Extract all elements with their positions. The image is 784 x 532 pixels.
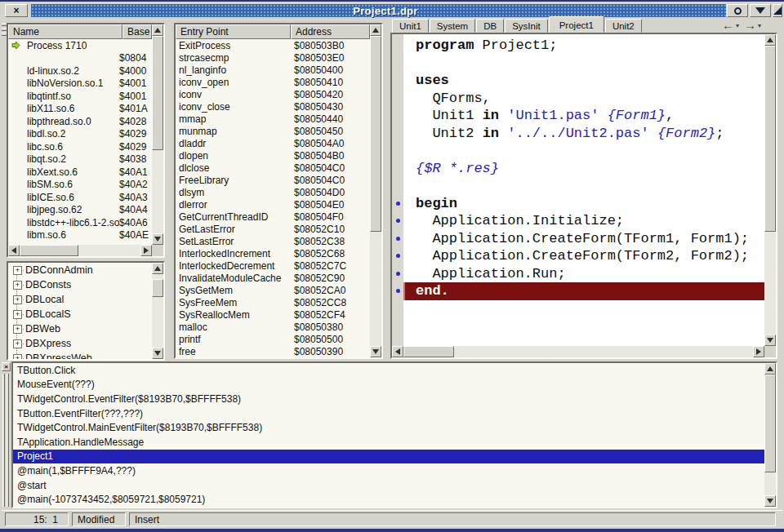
module-row[interactable]: libpthread.so.0$4028 [8, 115, 152, 128]
entry-point-row[interactable]: mmap$08050440 [176, 113, 370, 125]
tree-scroll-down-button[interactable] [152, 348, 163, 359]
callstack-row[interactable]: TWidgetControl.EventFilter($8193B70,$BFF… [13, 392, 764, 406]
module-row[interactable]: libX11.so.6$401A [8, 103, 152, 116]
entry-point-row[interactable]: InterlockedDecrement$08052C7C [176, 259, 370, 272]
window-titlebar[interactable]: × Project1.dpr [2, 2, 782, 16]
entry-point-row[interactable]: SysGetMem$08052CA0 [176, 284, 370, 296]
editor-scroll-down-button[interactable] [764, 335, 776, 346]
tab-db[interactable]: DB [476, 19, 504, 33]
module-row[interactable]: libNoVersion.so.1$4001 [8, 78, 152, 91]
module-row[interactable]: libSM.so.6$40A2 [8, 179, 152, 192]
entry-point-row[interactable]: iconv$08050420 [176, 88, 370, 100]
callstack-row[interactable]: TButton.Click [13, 363, 764, 378]
editor-hscroll-thumb[interactable] [403, 346, 454, 357]
callstack-grip[interactable]: × [1, 361, 11, 508]
modules-scroll-down-button[interactable] [152, 233, 163, 245]
entry-point-row[interactable]: strcasecmp$080503E0 [176, 51, 370, 64]
module-row[interactable]: libdl.so.2$4029 [8, 128, 152, 141]
entry-point-row[interactable]: SetLastError$08052C38 [176, 235, 370, 247]
module-row[interactable]: libm.so.6$40AE [8, 229, 152, 242]
tree-expand-icon[interactable]: + [13, 295, 22, 304]
tree-expand-icon[interactable]: + [13, 281, 22, 290]
units-tree[interactable]: +DBConnAdmin+DBConsts+DBLocal+DBLocalS+D… [8, 263, 152, 359]
module-row[interactable]: libqtintf.so$4001 [8, 90, 152, 103]
tab-sysinit[interactable]: SysInit [505, 19, 548, 33]
callstack-row[interactable]: @main(-1073743452,$8059721,$8059721) [13, 492, 764, 507]
tab-unit1[interactable]: Unit1 [392, 19, 429, 33]
tab-system[interactable]: System [430, 19, 475, 33]
modules-scroll-left-button[interactable] [8, 245, 20, 256]
tree-item[interactable]: +DBXpressWeb [8, 351, 152, 359]
callstack-row[interactable]: TApplication.HandleMessage [13, 435, 764, 450]
modules-hscroll-thumb[interactable] [20, 245, 78, 256]
tree-vscroll-thumb[interactable] [152, 279, 163, 297]
editor-hscroll-track[interactable] [403, 346, 753, 357]
modules-vscroll-thumb[interactable] [152, 36, 163, 150]
entry-point-row[interactable]: GetLastError$08052C10 [176, 223, 370, 235]
window-iconify-button[interactable] [750, 4, 771, 17]
entry-point-row[interactable]: iconv_close$08050430 [176, 100, 370, 113]
module-row[interactable]: libc.so.6$4029 [8, 140, 152, 153]
modules-scroll-right-button[interactable] [140, 245, 152, 256]
module-row[interactable]: libICE.so.6$40A3 [8, 191, 152, 204]
entry-point-row[interactable]: dlclose$080504C0 [176, 162, 370, 174]
column-header-name[interactable]: Name [8, 24, 122, 39]
callstack-row[interactable]: TButton.EventFilter(???,???) [13, 406, 764, 421]
tree-expand-icon[interactable]: + [13, 325, 22, 334]
forward-button[interactable]: → [744, 19, 756, 31]
entry-point-row[interactable]: munmap$08050450 [176, 125, 370, 137]
tree-item[interactable]: +DBConnAdmin [8, 263, 152, 277]
entry-point-row[interactable]: iconv_open$08050410 [176, 76, 370, 88]
tree-expand-icon[interactable]: + [13, 354, 22, 360]
callstack-row[interactable]: @main(1,$BFFFF9A4,???) [13, 463, 764, 478]
window-maximize-button[interactable] [727, 4, 748, 17]
tree-item[interactable]: +DBLocal [8, 292, 152, 307]
module-row[interactable]: Process 1710 [8, 39, 152, 52]
editor-scroll-right-button[interactable] [753, 346, 764, 357]
modules-scroll-up-button[interactable] [152, 24, 163, 36]
entry-point-row[interactable]: InterlockedIncrement$08052C68 [176, 247, 370, 259]
callstack-row[interactable]: Project1 [13, 450, 764, 464]
tree-expand-icon[interactable]: + [13, 339, 22, 348]
callstack-scroll-down-button[interactable] [764, 495, 776, 507]
tree-item[interactable]: +DBWeb [8, 321, 152, 336]
entry-point-row[interactable]: dlerror$080504E0 [176, 198, 370, 211]
callstack-row[interactable]: TWidgetControl.MainEventFilter($8193B70,… [13, 420, 764, 435]
tree-item[interactable]: +DBXpress [8, 336, 152, 351]
entries-vscroll-thumb[interactable] [370, 36, 381, 232]
callstack-row[interactable]: @start [13, 478, 764, 493]
entry-point-row[interactable]: GetCurrentThreadID$080504F0 [176, 211, 370, 223]
column-header-base[interactable]: Base [122, 24, 152, 39]
tab-project1[interactable]: Project1 [549, 16, 604, 33]
callstack-scroll-up-button[interactable] [764, 363, 776, 375]
module-row[interactable]: libjpeg.so.62$40A4 [8, 204, 152, 217]
entry-point-row[interactable]: SysFreeMem$08052CC8 [176, 296, 370, 308]
entry-points-rows[interactable]: ExitProcess$080503B0strcasecmp$080503E0n… [176, 39, 370, 357]
column-header-address[interactable]: Address [291, 24, 370, 39]
editor-gutter[interactable] [392, 34, 404, 346]
entry-point-row[interactable]: FreeLibrary$080504C0 [176, 174, 370, 186]
module-row[interactable]: libqt.so.2$4038 [8, 153, 152, 166]
entry-point-row[interactable]: SysReallocMem$08052CF4 [176, 308, 370, 321]
tree-item[interactable]: +DBLocalS [8, 307, 152, 321]
tree-item[interactable]: +DBConsts [8, 277, 152, 292]
module-row[interactable]: libstdc++-libc6.1-2.so.$40A6 [8, 216, 152, 229]
entries-scroll-up-button[interactable] [370, 24, 381, 36]
callstack-row[interactable]: MouseEvent(???) [13, 378, 764, 392]
callstack-rows[interactable]: TButton.ClickMouseEvent(???)TWidgetContr… [13, 363, 764, 507]
column-header-entry-point[interactable]: Entry Point [176, 24, 291, 39]
entry-point-row[interactable]: printf$08050500 [176, 333, 370, 345]
window-shade-button[interactable] [773, 4, 782, 17]
back-dropdown-icon[interactable]: ▾ [736, 23, 739, 29]
entry-point-row[interactable]: nl_langinfo$08050400 [176, 64, 370, 76]
callstack-close-button[interactable]: × [2, 362, 11, 371]
entry-point-row[interactable]: dladdr$080504A0 [176, 137, 370, 149]
entry-point-row[interactable]: free$08050390 [176, 345, 370, 357]
tree-scroll-up-button[interactable] [152, 263, 163, 274]
forward-dropdown-icon[interactable]: ▾ [758, 23, 761, 29]
entry-point-row[interactable]: dlopen$080504B0 [176, 149, 370, 162]
editor-scroll-left-button[interactable] [392, 346, 403, 357]
module-row[interactable]: ld-linux.so.2$4000 [8, 64, 152, 78]
entry-point-row[interactable]: dlsym$080504D0 [176, 186, 370, 198]
entry-point-row[interactable]: InvalidateModuleCache$08052C90 [176, 272, 370, 284]
